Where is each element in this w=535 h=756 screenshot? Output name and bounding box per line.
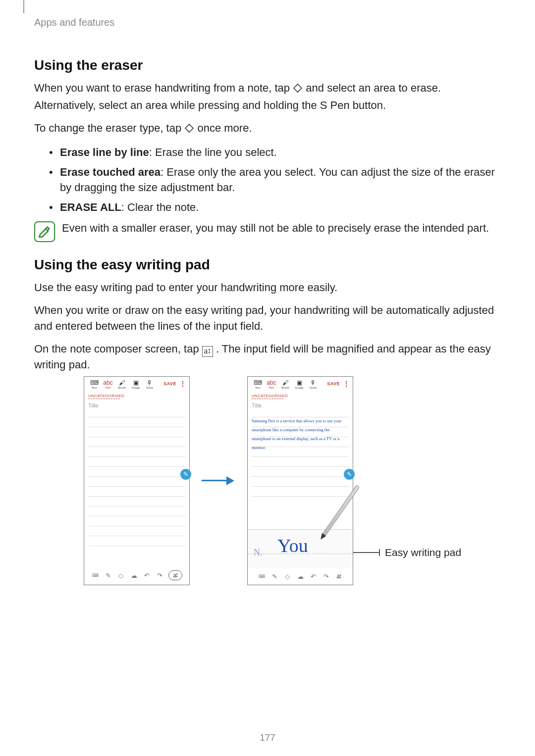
shape-icon[interactable]: ☁ [296,572,304,580]
tool-label: Text [91,386,97,389]
pen-icon[interactable]: ✎ [104,571,112,579]
handwriting-stroke: N. [254,548,263,558]
image-icon: ▣ [292,379,306,386]
tool-pen[interactable]: abcPen [265,379,278,389]
callout-leader-tick [379,549,380,556]
para-erase-type: To change the eraser type, tap once more… [34,120,501,138]
mic-icon: 🎙 [306,379,320,386]
more-button[interactable]: ⋮ [341,379,350,388]
para-ewp-auto: When you write or draw on the easy writi… [34,302,501,334]
a-resize-icon: a↕ [336,572,341,580]
pen-icon: ✎ [183,471,188,478]
note-toolbar: ⌨Text abcPen 🖌Brush ▣Image 🎙Voice SAVE ⋮ [248,377,353,391]
tool-label: Voice [146,386,154,389]
para-ewp-intro: Use the easy writing pad to enter your h… [34,280,501,296]
category-label[interactable]: UNCATEGORISED [84,391,189,399]
tool-label: Voice [310,386,317,389]
keyboard-toggle-icon[interactable]: ⌨ [258,572,266,580]
tool-brush[interactable]: 🖌Brush [278,379,292,389]
eraser-icon [293,82,303,98]
save-button[interactable]: SAVE [327,379,341,386]
a-resize-icon: a↕ [173,571,177,579]
list-item: Erase line by line: Erase the line you s… [49,145,501,160]
note-lines[interactable] [84,410,189,546]
breadcrumb: Apps and features [34,17,114,28]
undo-icon[interactable]: ↶ [143,571,151,579]
list-item: Erase touched area: Erase only the area … [49,164,501,196]
tool-brush[interactable]: 🖌Brush [115,379,129,389]
note-icon [34,221,55,242]
text: When you want to erase handwriting from … [34,82,293,94]
heading-using-eraser: Using the eraser [34,57,501,73]
brush-icon: 🖌 [115,379,129,386]
note-toolbar: ⌨Text abcPen 🖌Brush ▣Image 🎙Voice SAVE ⋮ [84,377,189,391]
tool-voice[interactable]: 🎙Voice [143,379,157,389]
figure-easy-writing-pad: ⌨Text abcPen 🖌Brush ▣Image 🎙Voice SAVE ⋮… [84,376,520,589]
option-label: ERASE ALL [60,201,121,213]
fab-pen-button[interactable]: ✎ [344,469,355,480]
para-ewp-tap: On the note composer screen, tap a↕ . Th… [34,341,501,373]
eraser-icon[interactable]: ◇ [117,571,125,579]
tool-image[interactable]: ▣Image [292,379,306,389]
keyboard-icon: ⌨ [251,379,265,386]
shape-icon[interactable]: ☁ [130,571,138,579]
title-placeholder[interactable]: Title [248,399,353,410]
para-erase-intro: When you want to erase handwriting from … [34,80,501,113]
page-tab-marker [23,0,24,13]
text: once more. [197,122,252,134]
category-label[interactable]: UNCATEGORISED [248,391,353,399]
eraser-options-list: Erase line by line: Erase the line you s… [49,145,501,216]
page-number: 177 [0,732,535,743]
heading-easy-writing-pad: Using the easy writing pad [34,257,501,273]
mic-icon: 🎙 [143,379,157,386]
option-desc: : Clear the note. [121,201,199,213]
more-button[interactable]: ⋮ [177,379,186,388]
tool-label: Pen [106,386,111,389]
note-text: Even with a smaller eraser, you may stil… [62,220,489,236]
tool-text[interactable]: ⌨Text [251,379,265,389]
keyboard-icon: ⌨ [87,379,101,386]
eraser-icon [184,122,194,138]
list-item: ERASE ALL: Clear the note. [49,200,501,215]
tool-image[interactable]: ▣Image [129,379,143,389]
undo-icon[interactable]: ↶ [309,572,317,580]
keyboard-toggle-icon[interactable]: ⌨ [91,571,99,579]
easy-writing-pad-icon: a↕ [202,346,213,357]
fab-pen-button[interactable]: ✎ [180,469,191,480]
text: To change the eraser type, tap [34,122,184,134]
tool-voice[interactable]: 🎙Voice [306,379,320,389]
image-icon: ▣ [129,379,143,386]
svg-marker-1 [185,124,193,132]
handwriting-you: You [277,535,308,556]
redo-icon[interactable]: ↷ [322,572,330,580]
option-label: Erase touched area [60,166,160,178]
handwritten-sample-text: Samsung Dex is a service that allows you… [252,416,349,452]
save-button[interactable]: SAVE [163,379,177,386]
text: On the note composer screen, tap [34,343,202,355]
tool-label: Brush [118,386,126,389]
pen-icon: ✎ [347,471,352,478]
redo-icon[interactable]: ↷ [156,571,163,579]
pen-icon[interactable]: ✎ [270,572,278,580]
bottom-toolbar: ⌨ ✎ ◇ ☁ ↶ ↷ a↕ [248,572,353,580]
bottom-toolbar: ⌨ ✎ ◇ ☁ ↶ ↷ a↕ [84,570,189,580]
eraser-icon[interactable]: ◇ [283,572,291,580]
note-callout: Even with a smaller eraser, you may stil… [34,220,501,242]
pen-glyph: abc [265,379,278,386]
tool-label: Image [295,386,304,389]
main-content: Using the eraser When you want to erase … [34,50,501,380]
phone-mock-before: ⌨Text abcPen 🖌Brush ▣Image 🎙Voice SAVE ⋮… [84,376,190,585]
easy-writing-pad-button[interactable]: a↕ [168,570,182,580]
tool-label: Brush [281,386,289,389]
brush-icon: 🖌 [278,379,292,386]
easy-writing-pad-button[interactable]: a↕ [335,572,343,580]
easy-writing-pad-area[interactable]: N. You [248,529,353,568]
tool-text[interactable]: ⌨Text [87,379,101,389]
tool-label: Pen [269,386,274,389]
callout-label: Easy writing pad [385,547,461,558]
svg-marker-0 [294,84,302,92]
transition-arrow [202,475,236,485]
tool-pen[interactable]: abcPen [101,379,115,389]
tool-label: Text [255,386,260,389]
title-placeholder[interactable]: Title [84,399,189,410]
